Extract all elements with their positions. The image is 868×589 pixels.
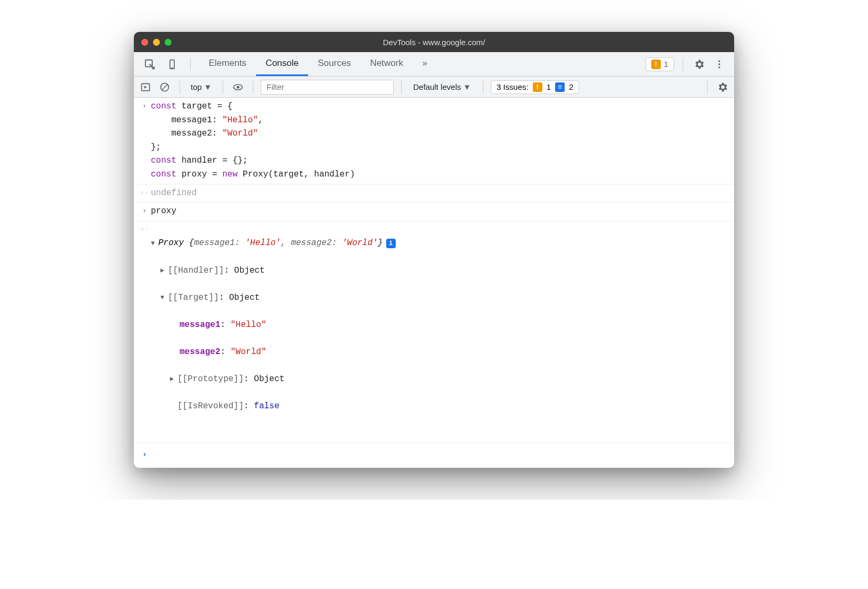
tab-network[interactable]: Network	[361, 52, 413, 76]
divider	[180, 81, 180, 94]
console-prompt[interactable]: ›	[134, 443, 734, 468]
output-content: undefined	[151, 187, 728, 200]
svg-point-5	[718, 66, 720, 68]
context-select[interactable]: top ▼	[188, 82, 215, 91]
settings-icon[interactable]	[692, 57, 707, 72]
divider	[223, 81, 223, 94]
warning-icon: !	[533, 82, 542, 92]
more-menu-icon[interactable]	[712, 57, 727, 72]
object-tree[interactable]: ▼Proxy {message1: 'Hello', message2: 'Wo…	[151, 223, 728, 441]
chevron-double-right-icon: »	[422, 58, 427, 69]
tab-sources[interactable]: Sources	[308, 52, 360, 76]
more-tabs-button[interactable]: »	[413, 52, 437, 76]
tab-label: Sources	[318, 58, 351, 69]
window-title: DevTools - www.google.com/	[134, 38, 734, 47]
log-levels-select[interactable]: Default levels ▼	[409, 82, 475, 91]
issues-button[interactable]: 3 Issues: ! 1 = 2	[491, 80, 580, 94]
issues-label: 3 Issues:	[497, 82, 529, 91]
type-name: Proxy	[158, 237, 189, 250]
tab-elements[interactable]: Elements	[199, 52, 256, 76]
input-chevron-icon: ›	[138, 205, 151, 217]
warning-count: 1	[664, 60, 668, 69]
info-icon: =	[555, 82, 565, 92]
svg-point-3	[718, 60, 720, 62]
svg-point-4	[718, 63, 720, 65]
svg-marker-7	[144, 86, 147, 88]
console-input-row: › const target = { message1: "Hello", me…	[134, 98, 734, 184]
tab-console[interactable]: Console	[256, 52, 308, 76]
divider	[401, 81, 402, 94]
console-output-row: ‹· undefined	[134, 184, 734, 203]
divider	[190, 58, 191, 71]
zoom-window-button[interactable]	[165, 39, 172, 46]
context-label: top	[191, 82, 202, 91]
output-chevron-icon: ‹·	[138, 223, 151, 235]
input-chevron-icon: ›	[138, 100, 151, 112]
toggle-sidebar-icon[interactable]	[138, 80, 153, 95]
close-window-button[interactable]	[141, 39, 148, 46]
tab-label: Console	[266, 58, 299, 69]
chevron-down-icon: ▼	[204, 82, 212, 91]
issues-warn-count: 1	[547, 82, 551, 91]
triangle-right-icon[interactable]: ▶	[170, 374, 177, 384]
levels-label: Default levels	[413, 82, 461, 91]
issues-info-count: 2	[569, 82, 573, 91]
prompt-chevron-icon: ›	[138, 448, 151, 461]
console-settings-icon[interactable]	[715, 80, 730, 95]
window-titlebar: DevTools - www.google.com/	[134, 32, 734, 52]
triangle-down-icon[interactable]: ▼	[160, 293, 168, 303]
devtools-window: DevTools - www.google.com/ Elements Cons…	[134, 32, 734, 468]
minimize-window-button[interactable]	[153, 39, 160, 46]
divider	[683, 58, 683, 71]
clear-console-icon[interactable]	[157, 80, 172, 95]
divider	[483, 81, 483, 94]
triangle-right-icon[interactable]: ▶	[160, 266, 168, 276]
divider	[253, 81, 253, 94]
main-tab-strip: Elements Console Sources Network » ! 1	[134, 52, 734, 77]
console-output-row: ‹· ▼Proxy {message1: 'Hello', message2: …	[134, 221, 734, 443]
chevron-down-icon: ▼	[463, 82, 471, 91]
filter-input[interactable]	[261, 80, 394, 95]
triangle-down-icon[interactable]: ▼	[151, 239, 158, 249]
divider	[707, 81, 708, 94]
console-toolbar: top ▼ Default levels ▼ 3 Issues: ! 1 = 2	[134, 77, 734, 98]
live-expression-icon[interactable]	[231, 80, 245, 95]
tab-label: Network	[370, 58, 403, 69]
output-chevron-icon: ‹·	[138, 187, 151, 199]
console-body: › const target = { message1: "Hello", me…	[134, 98, 734, 468]
tab-label: Elements	[209, 58, 246, 69]
svg-point-11	[236, 86, 239, 88]
inspect-element-icon[interactable]	[142, 57, 157, 72]
code-content: const target = { message1: "Hello", mess…	[151, 100, 728, 182]
code-content: proxy	[151, 205, 728, 218]
svg-rect-1	[170, 60, 174, 69]
svg-line-9	[162, 85, 167, 90]
warning-icon: !	[651, 60, 661, 69]
device-toolbar-icon[interactable]	[165, 57, 180, 72]
warnings-badge[interactable]: ! 1	[645, 57, 674, 71]
traffic-lights	[141, 39, 172, 46]
console-input-row: › proxy	[134, 203, 734, 221]
info-icon[interactable]: i	[386, 239, 396, 248]
